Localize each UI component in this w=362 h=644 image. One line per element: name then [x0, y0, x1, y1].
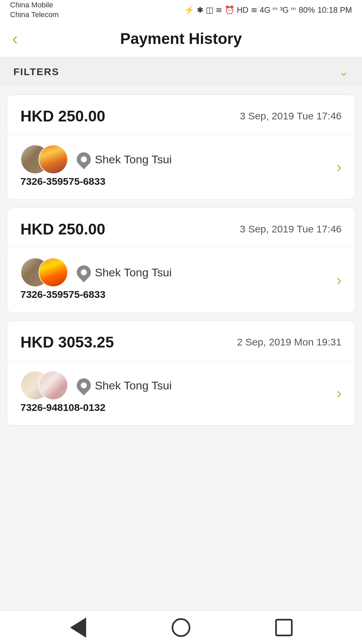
card-body: Shek Tong Tsui › 7326-948108-0132 — [7, 361, 355, 425]
location-info: Shek Tong Tsui — [70, 378, 342, 392]
payment-card[interactable]: HKD 250.00 3 Sep, 2019 Tue 17:46 Sh — [7, 95, 355, 200]
payment-datetime: 3 Sep, 2019 Tue 17:46 — [240, 223, 342, 235]
carrier-2: China Telecom — [10, 10, 59, 20]
bluetooth-icon: ⚡ ✱ ◫ ≋ ⏰ HD ≋ 4G ᵐ ³G ᵐ — [184, 5, 296, 15]
location-pin-icon — [74, 149, 94, 169]
location-info: Shek Tong Tsui — [70, 152, 342, 166]
home-nav-icon — [172, 618, 190, 637]
filters-bar[interactable]: FILTERS ⌄ — [0, 57, 362, 87]
payment-datetime: 2 Sep, 2019 Mon 19:31 — [237, 336, 342, 348]
carrier-info: China Mobile China Telecom — [10, 0, 59, 19]
avatar-scene-image — [39, 258, 67, 286]
time-display: 10:18 PM — [317, 5, 352, 15]
detail-chevron-icon[interactable]: › — [337, 159, 342, 175]
card-body: Shek Tong Tsui › 7326-359575-6833 — [7, 248, 355, 312]
bottom-navigation — [0, 610, 362, 644]
detail-chevron-icon[interactable]: › — [337, 272, 342, 288]
card-info-row: Shek Tong Tsui › — [20, 257, 342, 287]
card-info-row: Shek Tong Tsui › — [20, 144, 342, 174]
page-header: ‹ Payment History — [0, 20, 362, 57]
avatar-stack — [20, 144, 70, 174]
filters-chevron-icon: ⌄ — [339, 65, 349, 79]
avatar-scene-image — [39, 145, 67, 173]
back-nav-icon — [70, 618, 86, 638]
payment-list: HKD 250.00 3 Sep, 2019 Tue 17:46 Sh — [0, 95, 362, 610]
payment-datetime: 3 Sep, 2019 Tue 17:46 — [240, 110, 342, 122]
detail-chevron-icon[interactable]: › — [337, 385, 342, 401]
home-nav-button[interactable] — [169, 616, 193, 639]
payment-id: 7326-948108-0132 — [20, 402, 342, 413]
avatar-scene-image — [39, 371, 67, 399]
payment-amount: HKD 3053.25 — [20, 333, 114, 351]
avatar-stack — [20, 370, 70, 400]
location-name: Shek Tong Tsui — [95, 153, 172, 166]
location-pin-icon — [74, 262, 94, 282]
back-nav-button[interactable] — [66, 616, 90, 639]
card-info-row: Shek Tong Tsui › — [20, 370, 342, 400]
payment-card[interactable]: HKD 3053.25 2 Sep, 2019 Mon 19:31 S — [7, 321, 355, 426]
location-name: Shek Tong Tsui — [95, 379, 172, 392]
card-body: Shek Tong Tsui › 7326-359575-6833 — [7, 135, 355, 199]
status-bar: China Mobile China Telecom ⚡ ✱ ◫ ≋ ⏰ HD … — [0, 0, 362, 20]
card-header: HKD 250.00 3 Sep, 2019 Tue 17:46 — [7, 95, 355, 135]
payment-amount: HKD 250.00 — [20, 107, 105, 125]
payment-amount: HKD 250.00 — [20, 220, 105, 238]
back-button[interactable]: ‹ — [12, 30, 18, 47]
avatar-scene — [39, 145, 68, 174]
filters-label: FILTERS — [13, 66, 59, 77]
location-info: Shek Tong Tsui — [70, 265, 342, 279]
location-pin-icon — [74, 375, 94, 395]
payment-id: 7326-359575-6833 — [20, 289, 342, 300]
avatar-scene — [39, 258, 68, 287]
payment-id: 7326-359575-6833 — [20, 176, 342, 187]
card-header: HKD 250.00 3 Sep, 2019 Tue 17:46 — [7, 208, 355, 248]
avatar-scene — [39, 371, 68, 400]
payment-card[interactable]: HKD 250.00 3 Sep, 2019 Tue 17:46 Sh — [7, 208, 355, 313]
page-title: Payment History — [120, 30, 242, 48]
battery-percent: 80% — [299, 5, 315, 15]
avatar-stack — [20, 257, 70, 287]
status-icons: ⚡ ✱ ◫ ≋ ⏰ HD ≋ 4G ᵐ ³G ᵐ 80% 10:18 PM — [184, 5, 352, 15]
location-name: Shek Tong Tsui — [95, 266, 172, 279]
recents-nav-icon — [275, 619, 293, 636]
carrier-1: China Mobile — [10, 0, 59, 10]
card-header: HKD 3053.25 2 Sep, 2019 Mon 19:31 — [7, 321, 355, 361]
recents-nav-button[interactable] — [272, 616, 296, 639]
